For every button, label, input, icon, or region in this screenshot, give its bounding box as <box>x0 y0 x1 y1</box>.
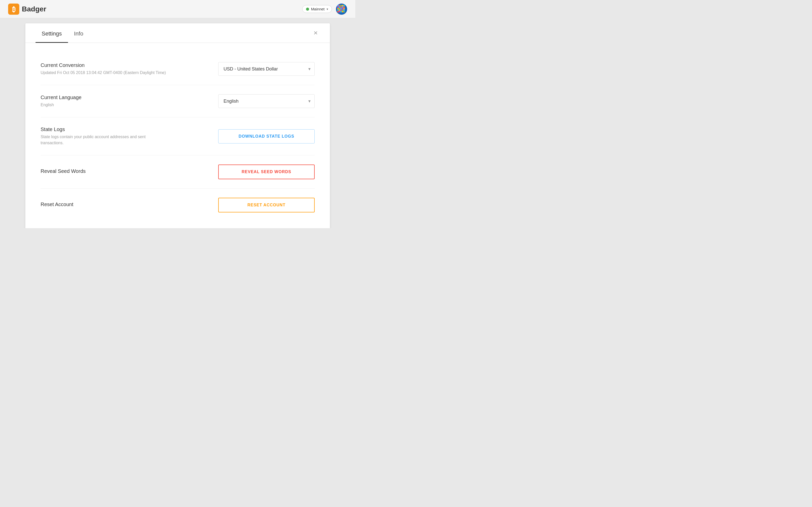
reveal-seed-words-label-group: Reveal Seed Words <box>41 168 218 176</box>
svg-rect-23 <box>337 11 339 12</box>
svg-text:₿: ₿ <box>12 6 15 13</box>
svg-rect-15 <box>342 8 343 9</box>
state-logs-subtitle: State logs contain your public account a… <box>41 134 167 146</box>
svg-rect-17 <box>337 9 339 11</box>
language-dropdown-wrapper: English Español Français Deutsch 中文 <box>218 94 315 108</box>
current-conversion-row: Current Conversion Updated Fri Oct 05 20… <box>41 53 315 85</box>
svg-rect-6 <box>342 5 343 6</box>
conversion-select[interactable]: USD - United States Dollar EUR - Euro GB… <box>223 66 309 71</box>
conversion-dropdown-wrapper: USD - United States Dollar EUR - Euro GB… <box>218 62 315 76</box>
current-language-title: Current Language <box>41 95 218 100</box>
svg-rect-24 <box>339 11 340 12</box>
main-content: Settings Info × Current Conversion Updat… <box>0 18 355 228</box>
svg-rect-8 <box>339 6 340 8</box>
svg-rect-3 <box>337 5 339 6</box>
header-controls: Mainnet ▾ <box>302 4 347 15</box>
language-select[interactable]: English Español Français Deutsch 中文 <box>223 99 309 104</box>
svg-rect-11 <box>343 5 345 6</box>
current-conversion-title: Current Conversion <box>41 62 218 68</box>
state-logs-label-group: State Logs State logs contain your publi… <box>41 126 218 146</box>
svg-rect-14 <box>340 8 342 9</box>
language-dropdown[interactable]: English Español Français Deutsch 中文 <box>218 94 315 108</box>
tabs-list: Settings Info <box>36 23 89 43</box>
network-selector[interactable]: Mainnet ▾ <box>302 5 332 13</box>
svg-rect-13 <box>339 8 340 9</box>
reveal-seed-words-row: Reveal Seed Words REVEAL SEED WORDS <box>41 155 315 188</box>
current-conversion-control: USD - United States Dollar EUR - Euro GB… <box>218 62 315 76</box>
svg-rect-7 <box>337 6 339 8</box>
svg-rect-10 <box>342 6 343 8</box>
app-title: Badger <box>22 5 46 13</box>
reveal-seed-words-control: REVEAL SEED WORDS <box>218 165 315 179</box>
download-state-logs-button[interactable]: DOWNLOAD STATE LOGS <box>218 129 315 144</box>
settings-panel: Settings Info × Current Conversion Updat… <box>26 23 330 228</box>
svg-rect-5 <box>340 5 342 6</box>
svg-rect-16 <box>343 6 345 8</box>
badger-logo-icon: ₿ <box>8 4 19 15</box>
reset-account-control: RESET ACCOUNT <box>218 198 315 213</box>
reset-account-title: Reset Account <box>41 202 218 207</box>
logo-area: ₿ Badger <box>8 4 46 15</box>
network-label: Mainnet <box>311 7 324 11</box>
svg-rect-26 <box>342 11 343 12</box>
svg-rect-21 <box>343 8 345 9</box>
svg-rect-18 <box>339 9 340 11</box>
svg-rect-27 <box>343 11 345 12</box>
state-logs-row: State Logs State logs contain your publi… <box>41 117 315 155</box>
tab-info[interactable]: Info <box>68 23 90 43</box>
reset-account-button[interactable]: RESET ACCOUNT <box>218 198 315 213</box>
settings-content: Current Conversion Updated Fri Oct 05 20… <box>26 43 330 228</box>
state-logs-title: State Logs <box>41 126 218 132</box>
app-header: ₿ Badger Mainnet ▾ <box>0 0 355 18</box>
svg-rect-12 <box>337 8 339 9</box>
conversion-dropdown[interactable]: USD - United States Dollar EUR - Euro GB… <box>218 62 315 76</box>
svg-rect-22 <box>343 9 345 11</box>
reveal-seed-words-button[interactable]: REVEAL SEED WORDS <box>218 165 315 179</box>
svg-rect-20 <box>342 9 343 11</box>
network-status-dot <box>306 8 309 11</box>
svg-rect-4 <box>339 5 340 6</box>
state-logs-control: DOWNLOAD STATE LOGS <box>218 129 315 144</box>
current-language-row: Current Language English English Español… <box>41 85 315 117</box>
avatar[interactable] <box>336 4 347 15</box>
close-button[interactable]: × <box>312 27 320 39</box>
svg-rect-19 <box>340 9 342 11</box>
current-language-subtitle: English <box>41 102 167 108</box>
current-language-control: English Español Français Deutsch 中文 <box>218 94 315 108</box>
current-conversion-label-group: Current Conversion Updated Fri Oct 05 20… <box>41 62 218 76</box>
current-language-label-group: Current Language English <box>41 95 218 108</box>
current-conversion-subtitle: Updated Fri Oct 05 2018 13:04:42 GMT-040… <box>41 70 167 76</box>
svg-rect-25 <box>340 11 342 12</box>
chevron-down-icon: ▾ <box>326 7 328 11</box>
svg-rect-9 <box>340 6 342 8</box>
reset-account-label-group: Reset Account <box>41 202 218 209</box>
tabs-header: Settings Info × <box>26 23 330 43</box>
reveal-seed-words-title: Reveal Seed Words <box>41 168 218 174</box>
reset-account-row: Reset Account RESET ACCOUNT <box>41 188 315 222</box>
tab-settings[interactable]: Settings <box>36 23 68 43</box>
